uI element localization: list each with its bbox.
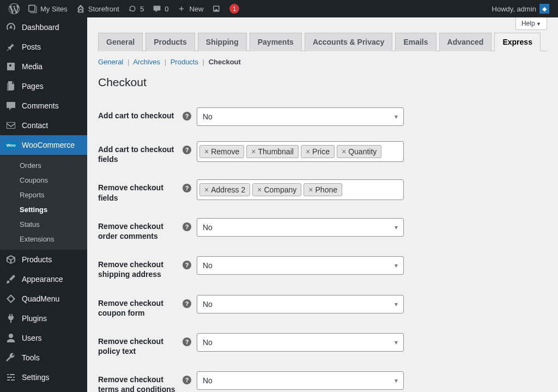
menu-pages[interactable]: Pages: [0, 76, 87, 96]
menu-products[interactable]: Products: [0, 250, 87, 269]
plug-icon: [5, 313, 16, 324]
help-icon[interactable]: ?: [183, 337, 191, 346]
tag-company[interactable]: Company: [252, 183, 301, 196]
submenu-status[interactable]: Status: [0, 217, 87, 232]
settings-form: Add cart to checkout ? No Add cart to ch…: [98, 100, 547, 392]
tag-remove[interactable]: Remove: [199, 145, 244, 158]
notifications[interactable]: 1: [225, 0, 244, 17]
menu-tools[interactable]: Tools: [0, 348, 87, 367]
tab-shipping[interactable]: Shipping: [198, 33, 247, 51]
menu-label: Plugins: [22, 314, 47, 323]
label-remove-fields: Remove checkout fields: [98, 179, 183, 202]
menu-label: Products: [22, 255, 52, 264]
select-add-cart[interactable]: No: [197, 107, 404, 126]
menu-contact[interactable]: Contact: [0, 116, 87, 135]
tab-payments[interactable]: Payments: [250, 33, 302, 51]
envelope-icon: [5, 120, 16, 131]
taginput-add-cart-fields[interactable]: Remove Thumbnail Price Quantity: [197, 141, 404, 162]
my-sites[interactable]: My Sites: [24, 0, 72, 17]
help-icon[interactable]: ?: [183, 299, 191, 308]
site-name[interactable]: Storefront: [72, 0, 124, 17]
menu-quadmenu[interactable]: QuadMenu: [0, 289, 87, 309]
site-name-label: Storefront: [88, 5, 119, 13]
menu-woocommerce[interactable]: WooWooCommerce: [0, 135, 87, 155]
settings-tabs: General Products Shipping Payments Accou…: [98, 33, 547, 51]
select-remove-comments[interactable]: No: [197, 218, 404, 237]
menu-label: Tools: [22, 353, 40, 362]
help-icon[interactable]: ?: [183, 112, 191, 120]
howdy[interactable]: Howdy, admin◆: [488, 0, 554, 17]
tag-address2[interactable]: Address 2: [199, 183, 250, 196]
row-add-cart-fields: Add cart to checkout fields ? Remove Thu…: [98, 134, 547, 172]
submenu-orders[interactable]: Orders: [0, 158, 87, 173]
woo-icon: Woo: [5, 140, 16, 150]
menu-label: Contact: [22, 121, 48, 130]
menu-plugins[interactable]: Plugins: [0, 309, 87, 328]
menu-users[interactable]: Users: [0, 328, 87, 348]
submenu-extensions[interactable]: Extensions: [0, 232, 87, 246]
new-label: New: [189, 5, 203, 13]
tab-express[interactable]: Express: [494, 33, 540, 51]
menu-dashboard[interactable]: Dashboard: [0, 17, 87, 37]
comments-bar[interactable]: 0: [148, 0, 173, 17]
tab-advanced[interactable]: Advanced: [439, 33, 492, 51]
select-remove-terms[interactable]: No: [197, 371, 404, 390]
menu-label: WooCommerce: [22, 141, 75, 149]
updates-count: 5: [140, 5, 144, 13]
subnav-general[interactable]: General: [98, 58, 123, 66]
tab-products[interactable]: Products: [145, 33, 195, 51]
menu-comments[interactable]: Comments: [0, 96, 87, 116]
updates[interactable]: 5: [124, 0, 148, 17]
comment-icon: [5, 100, 16, 111]
subnav-products[interactable]: Products: [171, 58, 198, 66]
select-remove-policy[interactable]: No: [197, 333, 404, 352]
media-icon: [5, 61, 16, 72]
tab-emails[interactable]: Emails: [395, 33, 436, 51]
select-remove-coupon[interactable]: No: [197, 295, 404, 313]
help-icon[interactable]: ?: [183, 261, 191, 269]
select-remove-shipping[interactable]: No: [197, 256, 404, 275]
taginput-remove-fields[interactable]: Address 2 Company Phone: [197, 179, 404, 200]
yoast[interactable]: [208, 0, 225, 17]
separator: |: [128, 58, 129, 66]
tag-price[interactable]: Price: [301, 145, 335, 158]
page-title: Checkout: [98, 76, 547, 89]
submenu-settings[interactable]: Settings: [0, 202, 87, 217]
submenu-reports[interactable]: Reports: [0, 188, 87, 202]
tag-thumbnail[interactable]: Thumbnail: [246, 145, 299, 158]
menu-settings[interactable]: Settings: [0, 367, 87, 387]
tag-quantity[interactable]: Quantity: [337, 145, 381, 158]
menu-appearance[interactable]: Appearance: [0, 269, 87, 289]
box-icon: [5, 254, 16, 265]
my-sites-label: My Sites: [40, 5, 68, 13]
menu-label: Pages: [22, 82, 44, 91]
subnav-archives[interactable]: Archives: [133, 58, 160, 66]
menu-posts[interactable]: Posts: [0, 37, 87, 57]
label-remove-shipping: Remove checkout shipping address: [98, 256, 183, 279]
label-add-cart-fields: Add cart to checkout fields: [98, 141, 183, 164]
sliders-icon: [5, 372, 16, 383]
menu-label: Comments: [22, 101, 59, 110]
diamond-icon: [5, 293, 16, 304]
new-content[interactable]: New: [173, 0, 208, 17]
wrench-icon: [5, 352, 16, 363]
row-add-cart: Add cart to checkout ? No: [98, 100, 547, 134]
sub-navigation: General | Archives | Products | Checkout: [98, 51, 547, 70]
help-icon[interactable]: ?: [183, 376, 191, 384]
label-remove-comments: Remove checkout order comments: [98, 218, 183, 241]
help-icon[interactable]: ?: [183, 222, 191, 231]
howdy-text: Howdy, admin: [492, 5, 536, 13]
tab-accounts[interactable]: Accounts & Privacy: [305, 33, 393, 51]
avatar: ◆: [539, 4, 549, 14]
row-remove-coupon: Remove checkout coupon form ? No: [98, 287, 547, 325]
submenu-coupons[interactable]: Coupons: [0, 173, 87, 188]
label-add-cart: Add cart to checkout: [98, 107, 183, 120]
menu-label: Dashboard: [22, 23, 59, 32]
help-icon[interactable]: ?: [183, 146, 191, 154]
wp-logo[interactable]: [4, 0, 24, 17]
help-icon[interactable]: ?: [183, 184, 191, 192]
tag-phone[interactable]: Phone: [304, 183, 342, 196]
help-tab[interactable]: Help: [515, 17, 547, 30]
tab-general[interactable]: General: [98, 33, 143, 51]
menu-media[interactable]: Media: [0, 57, 87, 76]
